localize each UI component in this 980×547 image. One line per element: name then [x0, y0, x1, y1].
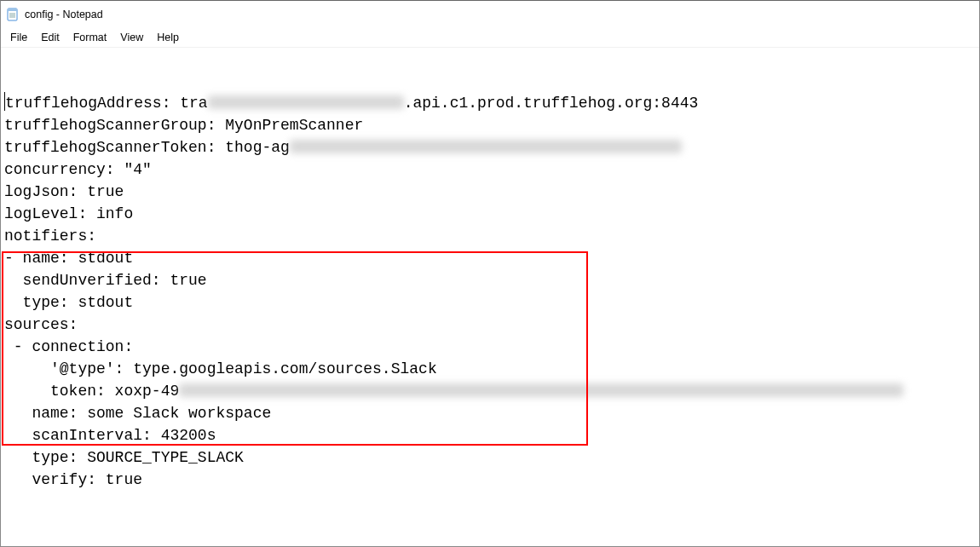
- editor-line: trufflehogAddress: tra.api.c1.prod.truff…: [4, 92, 976, 114]
- redacted-segment: [290, 140, 682, 153]
- redacted-segment: [179, 383, 903, 397]
- editor-line: '@type': type.googleapis.com/sources.Sla…: [4, 358, 976, 380]
- text-editor-area[interactable]: trufflehogAddress: tra.api.c1.prod.truff…: [1, 47, 979, 516]
- menu-file[interactable]: File: [4, 31, 33, 44]
- editor-line: trufflehogScannerToken: thog-ag: [4, 136, 976, 158]
- editor-line: sources:: [4, 314, 976, 336]
- editor-line: notifiers:: [4, 225, 976, 247]
- editor-line: scanInterval: 43200s: [4, 424, 976, 446]
- menubar: File Edit Format View Help: [1, 28, 979, 47]
- editor-line: trufflehogScannerGroup: MyOnPremScanner: [4, 114, 976, 136]
- editor-line: name: some Slack workspace: [4, 402, 976, 424]
- text-caret: [4, 92, 5, 111]
- menu-edit[interactable]: Edit: [35, 31, 66, 44]
- editor-line: concurrency: "4": [4, 158, 976, 181]
- titlebar[interactable]: config - Notepad: [1, 1, 979, 28]
- notepad-icon: [6, 8, 20, 21]
- editor-line: type: stdout: [4, 291, 976, 314]
- editor-line: sendUnverified: true: [4, 269, 976, 291]
- editor-line: verify: true: [4, 469, 976, 491]
- menu-format[interactable]: Format: [67, 31, 113, 44]
- menu-view[interactable]: View: [114, 31, 149, 44]
- editor-line: logJson: true: [4, 181, 976, 203]
- editor-line: - name: stdout: [4, 247, 976, 269]
- redacted-segment: [208, 95, 404, 109]
- window-title: config - Notepad: [25, 9, 103, 20]
- editor-line: logLevel: info: [4, 203, 976, 225]
- editor-line: type: SOURCE_TYPE_SLACK: [4, 446, 976, 469]
- menu-help[interactable]: Help: [151, 31, 185, 44]
- svg-rect-1: [8, 9, 17, 11]
- editor-line: - connection:: [4, 336, 976, 358]
- editor-line: token: xoxp-49: [4, 380, 976, 402]
